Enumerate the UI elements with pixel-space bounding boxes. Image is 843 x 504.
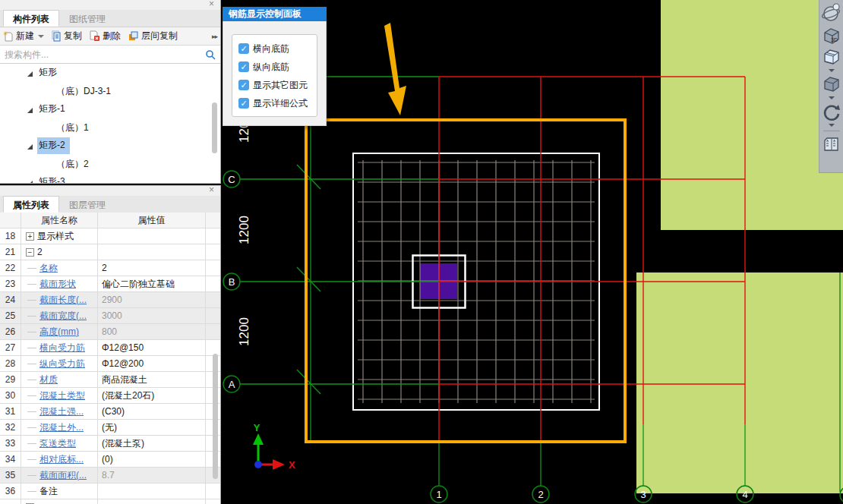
solid-cube-icon[interactable]	[822, 75, 841, 95]
tree-group-label[interactable]: 矩形-1	[37, 101, 70, 118]
calc-settings-panel-icon[interactable]	[822, 135, 841, 155]
expand-triangle-icon[interactable]	[27, 71, 33, 77]
checkbox-checked-icon[interactable]: ✓	[238, 43, 249, 54]
axis-label-c: C	[228, 174, 235, 185]
panel-titlebar: ×	[0, 186, 220, 196]
component-tree: 矩形 （底）DJ-3-1 矩形-1 （底）1 矩形-2 （底）2 矩形-3	[0, 64, 220, 184]
table-row[interactable]: 33 泵送类型 (混凝土泵)	[0, 436, 220, 452]
search-input[interactable]	[0, 46, 201, 63]
table-row[interactable]: 27 横向受力筋 Φ12@150	[0, 340, 220, 356]
table-row[interactable]: 34 相对底标... (0)	[0, 452, 220, 468]
tree-group-row[interactable]: 矩形-1	[0, 100, 220, 118]
tree-line	[27, 284, 36, 285]
expand-plus-icon[interactable]: +	[26, 232, 34, 241]
tree-line	[27, 364, 36, 364]
expand-triangle-icon[interactable]	[27, 181, 33, 184]
toolbar-separator	[823, 131, 840, 131]
rebar-panel-body: ✓ 横向底筋 ✓ 纵向底筋 ✓ 显示其它图元 ✓ 显示详细公式	[223, 21, 327, 126]
tree-line	[27, 300, 36, 301]
table-row[interactable]: 21 −2	[0, 244, 220, 260]
tab-component-list[interactable]: 构件列表	[3, 10, 59, 27]
tree-group-label[interactable]: 矩形-3	[37, 174, 70, 184]
view-3d-icon[interactable]: 3D	[822, 26, 841, 46]
rebar-panel-title[interactable]: 钢筋显示控制面板	[223, 7, 327, 21]
axis-label-3: 3	[640, 489, 646, 500]
checkbox-checked-icon[interactable]: ✓	[238, 80, 249, 90]
delete-icon	[89, 30, 100, 42]
tree-child-label[interactable]: （底）DJ-3-1	[56, 85, 111, 98]
close-icon[interactable]: ×	[209, 185, 214, 195]
close-icon[interactable]: ×	[209, 0, 214, 9]
property-scrollbar-thumb[interactable]	[213, 354, 218, 479]
floor-copy-button-label: 层间复制	[141, 30, 178, 43]
tree-child-label[interactable]: （底）1	[56, 121, 89, 134]
tree-scrollbar-thumb[interactable]	[212, 102, 217, 153]
collapse-minus-icon[interactable]: −	[26, 248, 34, 257]
slab-block-bottom-right[interactable]	[636, 272, 843, 493]
new-button[interactable]: ✳ 新建	[3, 30, 44, 43]
wireframe-cube-icon[interactable]	[822, 48, 841, 68]
table-row[interactable]: 32 混凝土外... (无)	[0, 420, 220, 436]
floor-copy-icon	[128, 30, 139, 42]
checkbox-row-show-detailed-formula[interactable]: ✓ 显示详细公式	[238, 94, 317, 112]
tree-child-label[interactable]: （底）2	[56, 158, 89, 171]
floor-copy-button[interactable]: 层间复制	[128, 30, 178, 43]
table-row[interactable]: 28 纵向受力筋 Φ12@200	[0, 356, 220, 372]
delete-button-label: 删除	[103, 30, 121, 43]
table-row-readonly[interactable]: 25 截面宽度(... 3000	[0, 308, 220, 324]
tree-group-row-clipped[interactable]: 矩形-3	[0, 173, 220, 184]
tree-line	[27, 380, 36, 380]
table-row-readonly[interactable]: 26 高度(mm) 800	[0, 324, 220, 340]
axis-label-b: B	[229, 276, 235, 288]
new-button-label: 新建	[16, 30, 34, 43]
checkbox-checked-icon[interactable]: ✓	[238, 61, 249, 72]
tree-group-label-selected[interactable]: 矩形-2	[37, 137, 70, 154]
property-table: 属性名称 属性值 18 +显示样式 21 −2 22 名称 2 23 截面形状 …	[0, 213, 220, 504]
table-row[interactable]: 18 +显示样式	[0, 228, 220, 244]
chevron-down-icon[interactable]	[829, 96, 835, 99]
chevron-down-icon[interactable]	[829, 69, 835, 72]
table-row-clipped[interactable]: +	[0, 499, 220, 504]
table-row[interactable]: 36 备注	[0, 484, 220, 499]
slab-block-top-right[interactable]	[661, 0, 843, 230]
table-row[interactable]: 22 名称 2	[0, 260, 220, 276]
tree-line	[27, 411, 36, 412]
copy-button[interactable]: 复制	[51, 30, 82, 43]
tree-child-row[interactable]: （底）DJ-3-1	[0, 82, 220, 100]
table-row[interactable]: 23 截面形状 偏心二阶独立基础	[0, 276, 220, 292]
delete-button[interactable]: 删除	[89, 30, 121, 43]
view-3d-label: 3D	[831, 37, 838, 43]
table-row-readonly[interactable]: 35 截面面积(... 8.7	[0, 468, 220, 484]
orbit-view-icon[interactable]	[822, 2, 841, 24]
component-panel-tabs: 构件列表 图纸管理	[0, 10, 220, 27]
copy-icon	[51, 30, 62, 42]
checkbox-row-horizontal-bottom-rebar[interactable]: ✓ 横向底筋	[238, 39, 317, 58]
tree-group-row[interactable]: 矩形	[0, 64, 220, 82]
tree-child-row[interactable]: （底）2	[0, 155, 220, 173]
rotate-view-icon[interactable]	[822, 102, 841, 122]
checkbox-row-vertical-bottom-rebar[interactable]: ✓ 纵向底筋	[238, 58, 317, 76]
tree-line	[27, 348, 36, 348]
chevron-down-icon[interactable]	[829, 124, 835, 127]
toolbar-overflow-button[interactable]: ▸▸	[212, 33, 217, 40]
table-row[interactable]: 30 混凝土类型 (混凝土20石)	[0, 388, 220, 404]
tab-drawing-management[interactable]: 图纸管理	[59, 10, 115, 27]
table-row[interactable]: 29 材质 商品混凝土	[0, 372, 220, 388]
chevron-down-icon[interactable]	[38, 35, 44, 38]
copy-button-label: 复制	[64, 30, 82, 43]
tree-line	[27, 459, 36, 460]
search-row	[0, 46, 220, 64]
search-icon[interactable]	[205, 49, 216, 60]
checkbox-checked-icon[interactable]: ✓	[238, 98, 249, 109]
tree-group-label[interactable]: 矩形	[37, 65, 62, 81]
tree-line	[27, 316, 36, 317]
table-row-readonly[interactable]: 24 截面长度(... 2900	[0, 292, 220, 308]
tree-group-row-selected[interactable]: 矩形-2	[0, 137, 220, 155]
tree-child-row[interactable]: （底）1	[0, 118, 220, 137]
expand-triangle-icon[interactable]	[27, 144, 33, 150]
tab-property-list[interactable]: 属性列表	[3, 196, 59, 213]
tab-layer-management[interactable]: 图层管理	[59, 196, 115, 213]
table-row[interactable]: 31 混凝土强... (C30)	[0, 404, 220, 420]
expand-triangle-icon[interactable]	[27, 108, 33, 113]
checkbox-row-show-other-elements[interactable]: ✓ 显示其它图元	[238, 76, 317, 94]
